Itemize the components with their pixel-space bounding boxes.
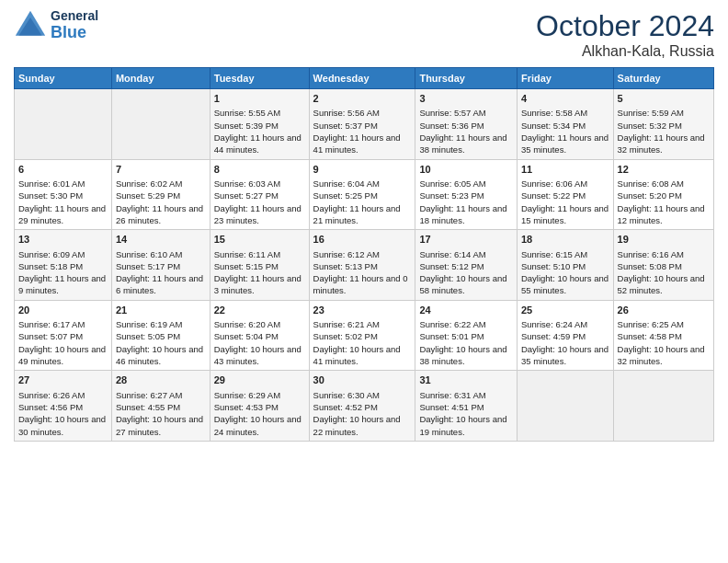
- sunrise-text: Sunrise: 6:31 AM: [419, 389, 513, 401]
- calendar-cell: 28Sunrise: 6:27 AMSunset: 4:55 PMDayligh…: [111, 371, 210, 442]
- sunrise-text: Sunrise: 6:11 AM: [214, 248, 305, 260]
- day-number: 29: [214, 373, 305, 387]
- logo: General Blue: [14, 9, 98, 42]
- calendar-cell: 8Sunrise: 6:03 AMSunset: 5:27 PMDaylight…: [210, 159, 309, 230]
- sunrise-text: Sunrise: 6:22 AM: [419, 318, 513, 330]
- sunset-text: Sunset: 5:07 PM: [18, 330, 108, 342]
- daylight-text: Daylight: 11 hours and 9 minutes.: [18, 272, 108, 297]
- calendar-cell: 25Sunrise: 6:24 AMSunset: 4:59 PMDayligh…: [517, 300, 613, 371]
- day-number: 4: [521, 92, 609, 106]
- day-number: 11: [521, 163, 609, 177]
- daylight-text: Daylight: 11 hours and 12 minutes.: [618, 202, 710, 227]
- sunrise-text: Sunrise: 6:04 AM: [313, 178, 412, 190]
- sunrise-text: Sunrise: 6:14 AM: [419, 248, 513, 260]
- calendar-table: Sunday Monday Tuesday Wednesday Thursday…: [14, 67, 714, 442]
- day-number: 3: [419, 92, 513, 106]
- col-monday: Monday: [111, 68, 210, 89]
- day-number: 18: [521, 233, 609, 247]
- day-number: 1: [214, 92, 305, 106]
- calendar-cell: 26Sunrise: 6:25 AMSunset: 4:58 PMDayligh…: [613, 300, 713, 371]
- sunrise-text: Sunrise: 6:12 AM: [313, 248, 412, 260]
- col-saturday: Saturday: [613, 68, 713, 89]
- calendar-cell: [613, 371, 713, 442]
- sunrise-text: Sunrise: 6:10 AM: [116, 248, 206, 260]
- calendar-cell: 15Sunrise: 6:11 AMSunset: 5:15 PMDayligh…: [210, 230, 309, 301]
- sunrise-text: Sunrise: 5:58 AM: [521, 107, 609, 119]
- daylight-text: Daylight: 11 hours and 3 minutes.: [214, 272, 305, 297]
- col-sunday: Sunday: [15, 68, 112, 89]
- calendar-cell: 9Sunrise: 6:04 AMSunset: 5:25 PMDaylight…: [309, 159, 415, 230]
- day-number: 27: [18, 373, 108, 387]
- sunrise-text: Sunrise: 6:27 AM: [116, 389, 206, 401]
- day-number: 21: [116, 304, 206, 317]
- sunrise-text: Sunrise: 6:26 AM: [18, 389, 108, 401]
- daylight-text: Daylight: 11 hours and 23 minutes.: [214, 202, 305, 227]
- sunrise-text: Sunrise: 6:09 AM: [18, 248, 108, 260]
- day-number: 22: [214, 304, 305, 317]
- sunrise-text: Sunrise: 6:01 AM: [18, 178, 108, 190]
- calendar-cell: [15, 89, 112, 160]
- sunset-text: Sunset: 5:02 PM: [313, 330, 412, 342]
- sunrise-text: Sunrise: 6:16 AM: [618, 248, 710, 260]
- calendar-cell: 16Sunrise: 6:12 AMSunset: 5:13 PMDayligh…: [309, 230, 415, 301]
- logo-icon: [14, 9, 47, 42]
- daylight-text: Daylight: 11 hours and 6 minutes.: [116, 272, 206, 297]
- day-number: 17: [419, 233, 513, 247]
- daylight-text: Daylight: 10 hours and 32 minutes.: [618, 343, 710, 368]
- calendar-cell: 1Sunrise: 5:55 AMSunset: 5:39 PMDaylight…: [210, 89, 309, 160]
- sunrise-text: Sunrise: 6:21 AM: [313, 318, 412, 330]
- daylight-text: Daylight: 10 hours and 52 minutes.: [618, 272, 710, 297]
- sunset-text: Sunset: 5:13 PM: [313, 260, 412, 272]
- day-number: 2: [313, 92, 412, 106]
- sunrise-text: Sunrise: 5:55 AM: [214, 107, 305, 119]
- sunset-text: Sunset: 5:30 PM: [18, 190, 108, 201]
- sunrise-text: Sunrise: 6:08 AM: [618, 178, 710, 190]
- daylight-text: Daylight: 11 hours and 18 minutes.: [419, 202, 513, 227]
- calendar-cell: 23Sunrise: 6:21 AMSunset: 5:02 PMDayligh…: [309, 300, 415, 371]
- sunrise-text: Sunrise: 6:06 AM: [521, 178, 609, 190]
- sunrise-text: Sunrise: 6:17 AM: [18, 318, 108, 330]
- sunset-text: Sunset: 5:23 PM: [419, 190, 513, 201]
- sunset-text: Sunset: 5:34 PM: [521, 120, 609, 132]
- calendar-cell: 30Sunrise: 6:30 AMSunset: 4:52 PMDayligh…: [309, 371, 415, 442]
- sunrise-text: Sunrise: 5:57 AM: [419, 107, 513, 119]
- sunrise-text: Sunrise: 5:59 AM: [618, 107, 710, 119]
- sunrise-text: Sunrise: 6:02 AM: [116, 178, 206, 190]
- day-number: 10: [419, 163, 513, 177]
- sunset-text: Sunset: 5:22 PM: [521, 190, 609, 201]
- daylight-text: Daylight: 11 hours and 26 minutes.: [116, 202, 206, 227]
- sunset-text: Sunset: 5:17 PM: [116, 260, 206, 272]
- sunset-text: Sunset: 5:25 PM: [313, 190, 412, 201]
- daylight-text: Daylight: 10 hours and 49 minutes.: [18, 343, 108, 368]
- sunset-text: Sunset: 5:04 PM: [214, 330, 305, 342]
- calendar-cell: 6Sunrise: 6:01 AMSunset: 5:30 PMDaylight…: [15, 159, 112, 230]
- calendar-week-row: 1Sunrise: 5:55 AMSunset: 5:39 PMDaylight…: [15, 89, 714, 160]
- day-number: 20: [18, 304, 108, 317]
- col-thursday: Thursday: [415, 68, 518, 89]
- daylight-text: Daylight: 11 hours and 32 minutes.: [618, 132, 710, 156]
- calendar-cell: 11Sunrise: 6:06 AMSunset: 5:22 PMDayligh…: [517, 159, 613, 230]
- calendar-week-row: 27Sunrise: 6:26 AMSunset: 4:56 PMDayligh…: [15, 371, 714, 442]
- daylight-text: Daylight: 10 hours and 38 minutes.: [419, 343, 513, 368]
- day-number: 8: [214, 163, 305, 177]
- sunrise-text: Sunrise: 6:24 AM: [521, 318, 609, 330]
- daylight-text: Daylight: 10 hours and 41 minutes.: [313, 343, 412, 368]
- location-subtitle: Alkhan-Kala, Russia: [536, 43, 714, 60]
- daylight-text: Daylight: 11 hours and 41 minutes.: [313, 132, 412, 156]
- calendar-cell: 4Sunrise: 5:58 AMSunset: 5:34 PMDaylight…: [517, 89, 613, 160]
- calendar-cell: 29Sunrise: 6:29 AMSunset: 4:53 PMDayligh…: [210, 371, 309, 442]
- sunrise-text: Sunrise: 6:03 AM: [214, 178, 305, 190]
- day-number: 7: [116, 163, 206, 177]
- daylight-text: Daylight: 10 hours and 24 minutes.: [214, 413, 305, 438]
- day-number: 30: [313, 373, 412, 387]
- calendar-cell: 18Sunrise: 6:15 AMSunset: 5:10 PMDayligh…: [517, 230, 613, 301]
- day-number: 28: [116, 373, 206, 387]
- daylight-text: Daylight: 10 hours and 46 minutes.: [116, 343, 206, 368]
- calendar-week-row: 6Sunrise: 6:01 AMSunset: 5:30 PMDaylight…: [15, 159, 714, 230]
- calendar-cell: 3Sunrise: 5:57 AMSunset: 5:36 PMDaylight…: [415, 89, 518, 160]
- sunset-text: Sunset: 5:18 PM: [18, 260, 108, 272]
- sunset-text: Sunset: 5:27 PM: [214, 190, 305, 201]
- calendar-cell: 12Sunrise: 6:08 AMSunset: 5:20 PMDayligh…: [613, 159, 713, 230]
- day-number: 5: [618, 92, 710, 106]
- col-tuesday: Tuesday: [210, 68, 309, 89]
